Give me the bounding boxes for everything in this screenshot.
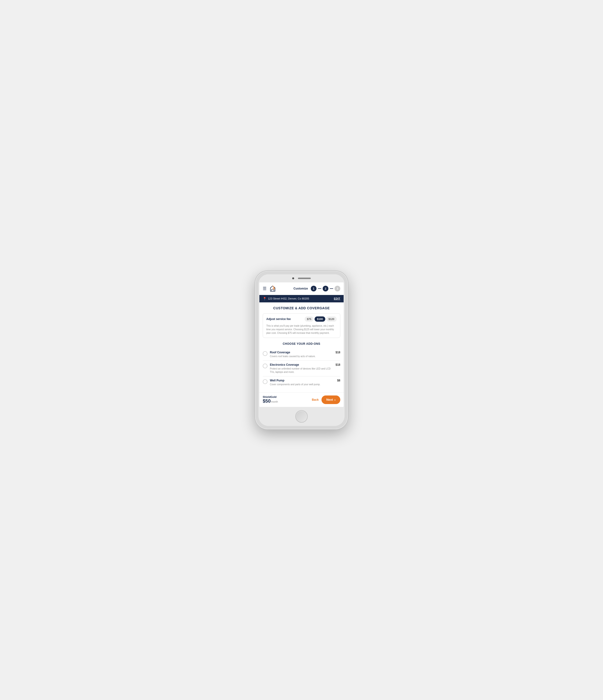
edit-link[interactable]: EDIT: [334, 297, 340, 300]
step-connector-1: [318, 288, 321, 289]
app-footer: ShieldGold $50/month Back Next ›: [259, 392, 344, 407]
address-left: 📍 123 Street #432, Denver, Co 80205: [263, 297, 309, 300]
well-pump-name: Well Pump: [270, 379, 335, 382]
address-bar: 📍 123 Street #432, Denver, Co 80205 EDIT: [259, 295, 344, 302]
fee-options: $75 $100 $120: [305, 317, 337, 322]
well-pump-price: $8: [337, 379, 340, 382]
plan-price-period: /month: [270, 400, 278, 403]
fee-option-75[interactable]: $75: [305, 317, 314, 322]
well-pump-radio[interactable]: [263, 379, 267, 384]
fee-row: Adjust service fee $75 $100 $120: [266, 317, 337, 322]
phone-device: ☰ Customize 1 2 3: [255, 271, 348, 429]
page-title: CUSTOMIZE & ADD COVERGAGE: [263, 306, 340, 310]
app-logo: [269, 285, 277, 292]
step-connector-2: [330, 288, 333, 289]
front-camera: [292, 277, 294, 279]
plan-price-row: $50/month: [263, 398, 278, 404]
roof-info: Roof Coverage Covers roof leaks caused b…: [270, 351, 333, 358]
hamburger-icon[interactable]: ☰: [263, 286, 266, 291]
step-3: 3: [335, 286, 340, 292]
electronics-price: $18: [336, 363, 340, 367]
pin-icon: 📍: [263, 297, 266, 300]
roof-desc: Covers roof leaks caused by acts of natu…: [270, 355, 333, 358]
step-1: 1: [311, 286, 316, 292]
step-2: 2: [323, 286, 329, 292]
footer-buttons: Back Next ›: [312, 396, 340, 404]
well-pump-info: Well Pump Cover components and parts of …: [270, 379, 335, 386]
roof-name: Roof Coverage: [270, 351, 333, 354]
electronics-desc: Protect an unlimited number of devices l…: [270, 367, 333, 374]
phone-top-bar: [258, 274, 345, 282]
electronics-info: Electronics Coverage Protect an unlimite…: [270, 363, 333, 374]
roof-radio[interactable]: [263, 351, 267, 356]
main-content: CUSTOMIZE & ADD COVERGAGE Adjust service…: [259, 302, 344, 392]
addon-electronics: Electronics Coverage Protect an unlimite…: [263, 361, 340, 376]
addon-roof: Roof Coverage Covers roof leaks caused b…: [263, 348, 340, 361]
back-button[interactable]: Back: [312, 398, 319, 401]
addons-title: CHOOSE YOUR ADD-ONS: [263, 342, 340, 346]
phone-bottom-bar: [258, 407, 345, 426]
roof-price: $18: [336, 351, 340, 354]
phone-speaker: [298, 278, 311, 279]
home-button[interactable]: [295, 410, 308, 423]
addon-well-pump: Well Pump Cover components and parts of …: [263, 376, 340, 389]
electronics-radio[interactable]: [263, 364, 267, 368]
fee-option-120[interactable]: $120: [326, 317, 337, 322]
footer-plan: ShieldGold $50/month: [263, 396, 278, 404]
fee-description: This is what you'll pay per trade (plumb…: [266, 324, 337, 335]
fee-label: Adjust service fee: [266, 317, 291, 321]
next-label: Next: [326, 398, 333, 401]
customize-label: Customize: [293, 287, 308, 290]
service-fee-card: Adjust service fee $75 $100 $120 This is…: [263, 313, 340, 338]
plan-price-amount: $50: [263, 398, 270, 404]
addons-list: Roof Coverage Covers roof leaks caused b…: [263, 348, 340, 389]
app-header: ☰ Customize 1 2 3: [259, 282, 344, 295]
plan-name: ShieldGold: [263, 396, 278, 398]
next-button[interactable]: Next ›: [321, 396, 340, 404]
next-arrow-icon: ›: [334, 398, 336, 402]
header-left: ☰: [263, 285, 277, 292]
phone-screen: ☰ Customize 1 2 3: [259, 282, 344, 407]
header-center: Customize 1 2 3: [293, 286, 340, 292]
address-text: 123 Street #432, Denver, Co 80205: [268, 297, 309, 300]
fee-option-100[interactable]: $100: [315, 317, 325, 322]
electronics-name: Electronics Coverage: [270, 363, 333, 367]
well-pump-desc: Cover components and parts of your well …: [270, 383, 335, 386]
